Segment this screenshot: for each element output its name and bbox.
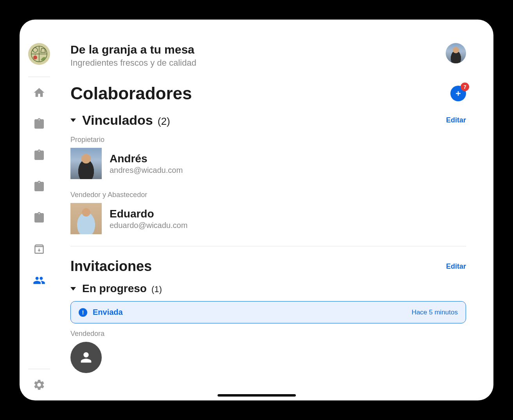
status-left: ! Enviada <box>79 308 123 317</box>
sidebar-item-people[interactable] <box>31 273 47 288</box>
user-role: Propietario <box>70 136 466 144</box>
user-name: Eduardo <box>110 208 187 220</box>
user-block: Vendedor y Abastecedor Eduardo eduardo@w… <box>70 191 466 234</box>
sidebar-item-settings[interactable] <box>31 377 47 393</box>
sidebar-nav <box>31 85 47 361</box>
avatar-image <box>446 43 466 63</box>
sidebar-item-clipboard-1[interactable] <box>31 116 47 132</box>
in-progress-header: En progreso (1) <box>70 282 466 295</box>
clipboard-icon <box>33 149 45 162</box>
user-row[interactable]: Andrés andres@wicadu.com <box>70 148 466 179</box>
sidebar-divider <box>28 369 50 369</box>
user-info: Andrés andres@wicadu.com <box>110 153 183 175</box>
user-name: Andrés <box>110 153 183 165</box>
store-subtitle: Ingredientes frescos y de calidad <box>70 58 196 68</box>
store-title: De la granja a tu mesa <box>70 43 196 56</box>
invitation-status-card[interactable]: ! Enviada Hace 5 minutos <box>70 301 466 323</box>
caret-down-icon <box>70 118 76 122</box>
status-time: Hace 5 minutos <box>412 309 458 316</box>
sidebar-divider <box>28 77 50 77</box>
svg-point-4 <box>33 48 38 52</box>
invitations-header: Invitaciones Editar <box>70 258 466 275</box>
home-icon <box>33 86 45 99</box>
user-avatar <box>70 148 102 179</box>
user-avatar-placeholder <box>70 342 102 373</box>
user-email: eduardo@wicadu.com <box>110 221 187 230</box>
sidebar-item-clipboard-4[interactable] <box>31 210 47 226</box>
sidebar-item-clipboard-2[interactable] <box>31 147 47 163</box>
linked-count: (2) <box>158 115 170 127</box>
user-info: Eduardo eduardo@wicadu.com <box>110 208 187 230</box>
in-progress-count: (1) <box>151 284 162 294</box>
main-content: De la granja a tu mesa Ingredientes fres… <box>59 20 493 400</box>
notification-badge: 7 <box>461 83 469 91</box>
avatar-image <box>70 203 102 234</box>
clipboard-icon <box>33 180 45 193</box>
user-avatar[interactable] <box>446 43 466 63</box>
collaborators-title: Colaboradores <box>70 84 192 103</box>
user-row[interactable]: Eduardo eduardo@wicadu.com <box>70 203 466 234</box>
store-logo[interactable] <box>28 43 50 65</box>
invitations-title: Invitaciones <box>70 258 152 275</box>
add-collaborator-button[interactable]: 7 <box>450 86 466 101</box>
clipboard-icon <box>33 212 45 224</box>
user-email: andres@wicadu.com <box>110 166 183 175</box>
people-icon <box>33 274 45 287</box>
section-divider <box>70 246 466 246</box>
plus-icon <box>454 90 462 97</box>
sidebar-item-archive[interactable] <box>31 241 47 257</box>
user-block: Propietario Andrés andres@wicadu.com <box>70 136 466 179</box>
user-row[interactable] <box>70 342 466 373</box>
user-role: Vendedora <box>70 330 466 338</box>
status-text: Enviada <box>93 308 123 317</box>
header-text: De la granja a tu mesa Ingredientes fres… <box>70 43 196 68</box>
header-row: De la granja a tu mesa Ingredientes fres… <box>70 43 466 68</box>
sidebar <box>20 20 59 400</box>
info-icon: ! <box>79 308 87 317</box>
user-avatar <box>70 203 102 234</box>
sidebar-item-home[interactable] <box>31 85 47 101</box>
home-indicator[interactable] <box>218 394 296 397</box>
caret-down-icon <box>70 287 76 291</box>
app-container: De la granja a tu mesa Ingredientes fres… <box>20 20 493 400</box>
tablet-frame: De la granja a tu mesa Ingredientes fres… <box>20 20 493 400</box>
person-icon <box>78 350 94 365</box>
edit-invitations-button[interactable]: Editar <box>446 262 466 271</box>
archive-icon <box>33 243 45 255</box>
collaborators-header: Colaboradores 7 <box>70 84 466 103</box>
avatar-image <box>70 148 102 179</box>
edit-linked-button[interactable]: Editar <box>446 116 466 124</box>
linked-toggle[interactable]: Vinculados (2) <box>70 113 170 128</box>
svg-point-3 <box>33 56 37 59</box>
in-progress-label: En progreso <box>82 282 147 295</box>
user-block: Vendedora <box>70 330 466 373</box>
gear-icon <box>33 379 45 391</box>
sidebar-item-clipboard-3[interactable] <box>31 179 47 194</box>
linked-header: Vinculados (2) Editar <box>70 113 466 128</box>
user-role: Vendedor y Abastecedor <box>70 191 466 199</box>
in-progress-toggle[interactable]: En progreso (1) <box>70 282 162 295</box>
linked-label: Vinculados <box>82 113 153 128</box>
clipboard-icon <box>33 118 45 130</box>
